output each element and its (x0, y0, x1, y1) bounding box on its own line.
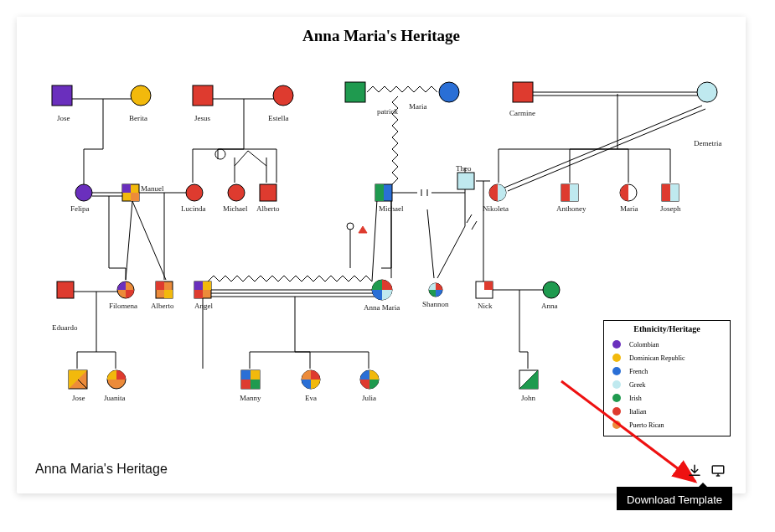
card-actions: Download Template (687, 463, 726, 478)
monitor-icon (710, 463, 726, 478)
svg-rect-48 (712, 466, 724, 473)
diagram-canvas: Anna Maria's Heritage (17, 17, 746, 448)
download-button[interactable] (687, 463, 702, 478)
template-card: Anna Maria's Heritage (17, 17, 746, 493)
svg-line-47 (561, 381, 695, 482)
open-editor-button[interactable] (710, 463, 726, 478)
download-icon (687, 463, 702, 478)
annotation-arrow (17, 17, 746, 503)
download-tooltip: Download Template (617, 487, 732, 510)
